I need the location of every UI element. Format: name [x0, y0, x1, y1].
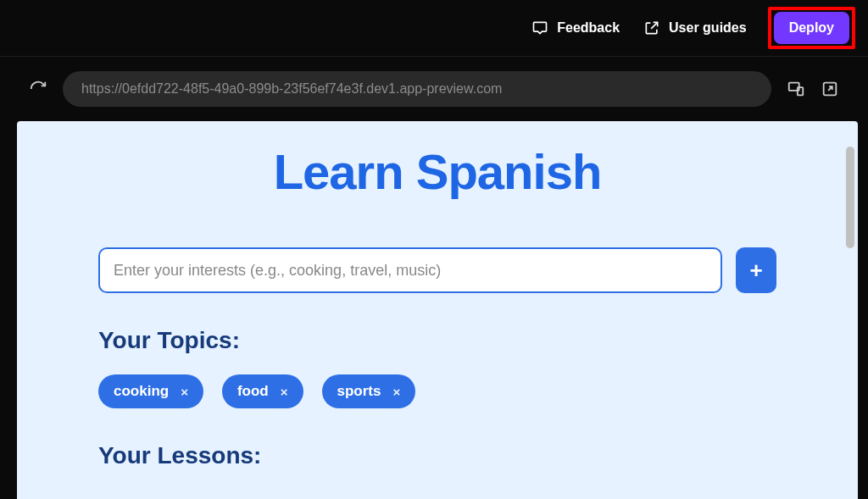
chat-icon [531, 19, 548, 36]
close-icon[interactable]: × [281, 385, 288, 399]
responsive-preview-icon[interactable] [787, 80, 805, 98]
preview-url-text: https://0efdd722-48f5-49a0-899b-23f56ef7… [81, 81, 502, 97]
topic-chip[interactable]: food × [222, 374, 303, 408]
close-icon[interactable]: × [393, 385, 401, 399]
feedback-label: Feedback [557, 20, 620, 36]
topic-chip[interactable]: cooking × [98, 374, 203, 408]
lessons-heading: Your Lessons: [98, 442, 776, 469]
page-title: Learn Spanish [98, 143, 776, 200]
topics-heading: Your Topics: [98, 327, 776, 354]
app-root: Feedback User guides Deploy https://0efd… [0, 0, 868, 499]
topic-chip-label: food [237, 383, 269, 400]
feedback-link[interactable]: Feedback [531, 19, 620, 36]
topic-chip-label: cooking [114, 383, 169, 400]
interests-input-row: + [98, 247, 776, 293]
open-external-icon[interactable] [821, 80, 839, 98]
top-bar: Feedback User guides Deploy [0, 0, 868, 57]
app-content: Learn Spanish + Your Topics: cooking × f… [17, 121, 858, 469]
preview-viewport: Learn Spanish + Your Topics: cooking × f… [17, 121, 858, 499]
refresh-icon[interactable] [29, 80, 47, 98]
topic-chip[interactable]: sports × [322, 374, 416, 408]
add-interest-button[interactable]: + [736, 247, 776, 293]
user-guides-label: User guides [669, 20, 747, 36]
deploy-button-wrap: Deploy [771, 7, 853, 49]
preview-scrollbar[interactable] [846, 147, 854, 248]
topics-chip-row: cooking × food × sports × [98, 374, 776, 408]
user-guides-link[interactable]: User guides [643, 19, 747, 36]
topic-chip-label: sports [337, 383, 381, 400]
external-link-icon [643, 19, 660, 36]
interests-input[interactable] [98, 247, 722, 293]
preview-toolbar: https://0efdd722-48f5-49a0-899b-23f56ef7… [0, 57, 868, 121]
preview-viewport-wrap: Learn Spanish + Your Topics: cooking × f… [0, 121, 868, 499]
deploy-button[interactable]: Deploy [774, 12, 849, 44]
preview-url-bar[interactable]: https://0efdd722-48f5-49a0-899b-23f56ef7… [63, 71, 771, 107]
close-icon[interactable]: × [181, 385, 188, 399]
